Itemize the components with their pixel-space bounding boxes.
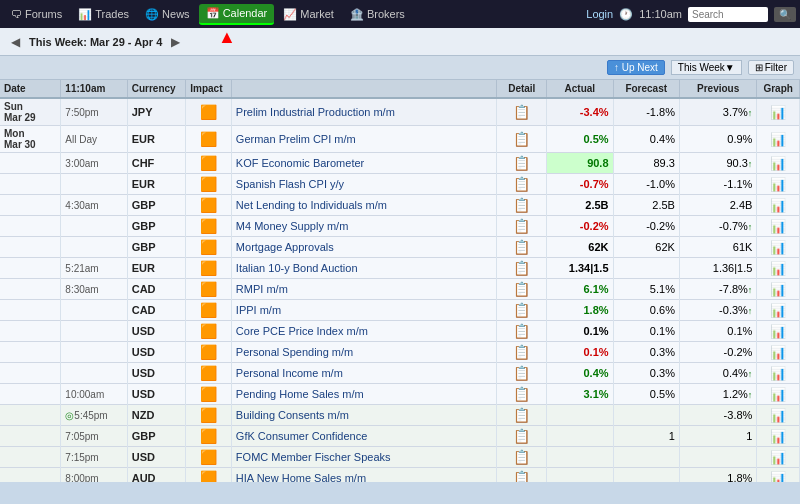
row-graph[interactable]: 📊 xyxy=(757,342,800,363)
forums-icon: 🗨 xyxy=(11,8,22,20)
row-event: RMPI m/m xyxy=(231,279,497,300)
nav-trades[interactable]: 📊 Trades xyxy=(71,5,136,24)
row-detail[interactable]: 📋 xyxy=(497,342,547,363)
row-graph[interactable]: 📊 xyxy=(757,237,800,258)
row-graph[interactable]: 📊 xyxy=(757,321,800,342)
row-detail[interactable]: 📋 xyxy=(497,216,547,237)
row-currency: GBP xyxy=(127,195,186,216)
nav-news[interactable]: 🌐 News xyxy=(138,5,197,24)
prev-week-button[interactable]: ◀ xyxy=(8,35,23,49)
row-time: 10:00am xyxy=(61,384,127,405)
row-detail[interactable]: 📋 xyxy=(497,384,547,405)
row-currency: USD xyxy=(127,321,186,342)
row-detail[interactable]: 📋 xyxy=(497,321,547,342)
row-forecast: 5.1% xyxy=(613,279,679,300)
row-impact: 🟧 xyxy=(186,237,232,258)
row-time xyxy=(61,237,127,258)
row-previous: -0.3%↑ xyxy=(679,300,756,321)
row-actual: 0.5% xyxy=(547,126,613,153)
this-week-button[interactable]: This Week ▼ xyxy=(671,60,742,75)
row-graph[interactable]: 📊 xyxy=(757,426,800,447)
nav-forums[interactable]: 🗨 Forums xyxy=(4,5,69,23)
row-date: Mon Mar 30 xyxy=(0,126,61,153)
filter-icon: ⊞ xyxy=(755,62,763,73)
up-next-button[interactable]: ↑ Up Next xyxy=(607,60,665,75)
row-time: 8:30am xyxy=(61,279,127,300)
filter-button[interactable]: ⊞ Filter xyxy=(748,60,794,75)
row-detail[interactable]: 📋 xyxy=(497,153,547,174)
row-detail[interactable]: 📋 xyxy=(497,279,547,300)
row-time: 5:21am xyxy=(61,258,127,279)
row-currency: USD xyxy=(127,447,186,468)
row-graph[interactable]: 📊 xyxy=(757,126,800,153)
row-impact: 🟧 xyxy=(186,195,232,216)
row-time xyxy=(61,174,127,195)
row-event: Net Lending to Individuals m/m xyxy=(231,195,497,216)
search-button[interactable]: 🔍 xyxy=(774,7,796,22)
row-previous: 1 xyxy=(679,426,756,447)
table-row: GBP🟧Mortgage Approvals📋62K62K61K📊 xyxy=(0,237,800,258)
row-graph[interactable]: 📊 xyxy=(757,468,800,483)
row-impact: 🟧 xyxy=(186,321,232,342)
row-graph[interactable]: 📊 xyxy=(757,384,800,405)
row-graph[interactable]: 📊 xyxy=(757,174,800,195)
clock-icon: 🕐 xyxy=(619,8,633,21)
row-impact: 🟧 xyxy=(186,174,232,195)
row-impact: 🟧 xyxy=(186,300,232,321)
row-graph[interactable]: 📊 xyxy=(757,363,800,384)
row-detail[interactable]: 📋 xyxy=(497,300,547,321)
row-previous: 61K xyxy=(679,237,756,258)
row-detail[interactable]: 📋 xyxy=(497,363,547,384)
row-impact: 🟧 xyxy=(186,258,232,279)
row-actual: 1.34|1.5 xyxy=(547,258,613,279)
row-graph[interactable]: 📊 xyxy=(757,258,800,279)
row-detail[interactable]: 📋 xyxy=(497,468,547,483)
next-week-button[interactable]: ▶ xyxy=(168,35,183,49)
col-currency: Currency xyxy=(127,80,186,98)
row-detail[interactable]: 📋 xyxy=(497,447,547,468)
row-detail[interactable]: 📋 xyxy=(497,258,547,279)
row-previous: -7.8%↑ xyxy=(679,279,756,300)
row-graph[interactable]: 📊 xyxy=(757,300,800,321)
row-graph[interactable]: 📊 xyxy=(757,153,800,174)
row-detail[interactable]: 📋 xyxy=(497,405,547,426)
row-detail[interactable]: 📋 xyxy=(497,174,547,195)
row-actual: -0.7% xyxy=(547,174,613,195)
row-event: Mortgage Approvals xyxy=(231,237,497,258)
row-detail[interactable]: 📋 xyxy=(497,98,547,126)
row-actual xyxy=(547,468,613,483)
row-graph[interactable]: 📊 xyxy=(757,216,800,237)
row-graph[interactable]: 📊 xyxy=(757,447,800,468)
row-detail[interactable]: 📋 xyxy=(497,126,547,153)
row-time xyxy=(61,300,127,321)
row-event: Prelim Industrial Production m/m xyxy=(231,98,497,126)
search-input[interactable] xyxy=(688,7,768,22)
row-previous: -0.2% xyxy=(679,342,756,363)
row-detail[interactable]: 📋 xyxy=(497,426,547,447)
row-currency: CHF xyxy=(127,153,186,174)
nav-calendar[interactable]: 📅 Calendar xyxy=(199,4,275,25)
row-detail[interactable]: 📋 xyxy=(497,237,547,258)
row-actual: 0.1% xyxy=(547,321,613,342)
row-currency: USD xyxy=(127,363,186,384)
row-graph[interactable]: 📊 xyxy=(757,195,800,216)
row-currency: USD xyxy=(127,384,186,405)
row-graph[interactable]: 📊 xyxy=(757,405,800,426)
market-icon: 📈 xyxy=(283,8,297,21)
nav-brokers[interactable]: 🏦 Brokers xyxy=(343,5,412,24)
table-row: 8:00pmAUD🟧HIA New Home Sales m/m📋1.8%📊 xyxy=(0,468,800,483)
nav-market[interactable]: 📈 Market xyxy=(276,5,341,24)
table-row: Sun Mar 297:50pmJPY🟧Prelim Industrial Pr… xyxy=(0,98,800,126)
row-date xyxy=(0,258,61,279)
login-button[interactable]: Login xyxy=(586,8,613,20)
row-currency: CAD xyxy=(127,279,186,300)
row-impact: 🟧 xyxy=(186,98,232,126)
row-time: 7:15pm xyxy=(61,447,127,468)
row-forecast: 0.3% xyxy=(613,363,679,384)
row-detail[interactable]: 📋 xyxy=(497,195,547,216)
col-detail: Detail xyxy=(497,80,547,98)
row-graph[interactable]: 📊 xyxy=(757,279,800,300)
row-graph[interactable]: 📊 xyxy=(757,98,800,126)
table-row: Mon Mar 30All DayEUR🟧German Prelim CPI m… xyxy=(0,126,800,153)
calendar-icon: 📅 xyxy=(206,7,220,20)
